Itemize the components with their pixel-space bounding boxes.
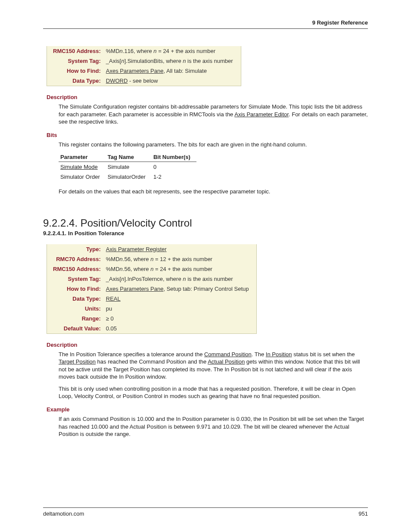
label-data-type-2: Data Type:	[47, 294, 104, 304]
label-units: Units:	[47, 304, 104, 314]
bits-table: Parameter Tag Name Bit Number(s) Simulat…	[59, 152, 196, 182]
label-rmc70-address: RMC70 Address:	[47, 254, 104, 264]
link-actual-position[interactable]: Actual Position	[208, 358, 245, 365]
bits-outro: For details on the values that each bit …	[59, 188, 368, 196]
value-data-type: DWORD - see below	[104, 76, 241, 86]
link-command-position[interactable]: Command Position	[204, 351, 252, 358]
value-units: pu	[104, 304, 257, 314]
footer-page-number: 951	[358, 510, 368, 517]
description-paragraph-2a: The In Position Tolerance specifies a to…	[59, 351, 368, 381]
col-bit-numbers: Bit Number(s)	[152, 152, 196, 162]
link-axis-parameter-editor[interactable]: Axis Parameter Editor	[234, 111, 289, 118]
label-how-to-find-2: How to Find:	[47, 284, 104, 294]
value-type: Axis Parameter Register	[104, 244, 257, 254]
bits-intro: This register contains the following par…	[59, 141, 368, 149]
subsection-heading: 9.2.2.4.1. In Position Tolerance	[43, 230, 368, 236]
value-rmc70-address: %MDn.56, where n = 12 + the axis number	[104, 254, 257, 264]
register-info-table-1: RMC150 Address: %MDn.116, where n = 24 +…	[47, 46, 241, 86]
label-type: Type:	[47, 244, 104, 254]
value-default-value: 0.05	[104, 324, 257, 334]
label-default-value: Default Value:	[47, 324, 104, 334]
label-range: Range:	[47, 314, 104, 324]
table-row: Simulator Order SimulatorOrder 1-2	[59, 172, 196, 182]
label-how-to-find: How to Find:	[47, 66, 104, 76]
value-system-tag: _Axis[n].SimulationBits, where n is the …	[104, 56, 241, 66]
col-parameter: Parameter	[59, 152, 106, 162]
page-header: 9 Register Reference	[43, 19, 368, 29]
heading-description-2: Description	[47, 342, 368, 348]
value-how-to-find-2: Axes Parameters Pane, Setup tab: Primary…	[104, 284, 257, 294]
link-dword[interactable]: DWORD	[106, 78, 128, 84]
value-range: ≥ 0	[104, 314, 257, 324]
link-target-position[interactable]: Target Position	[59, 358, 96, 365]
value-rmc150-address-2: %MDn.56, where n = 24 + the axis number	[104, 264, 257, 274]
example-paragraph: If an axis Command Position is 10.000 an…	[59, 415, 368, 438]
link-simulate-mode[interactable]: Simulate Mode	[60, 164, 98, 170]
value-rmc150-address: %MDn.116, where n = 24 + the axis number	[104, 46, 241, 56]
value-how-to-find: Axes Parameters Pane, All tab: Simulate	[104, 66, 241, 76]
label-system-tag: System Tag:	[47, 56, 104, 66]
link-real[interactable]: REAL	[106, 296, 121, 302]
link-axes-parameters-pane-2[interactable]: Axes Parameters Pane	[106, 286, 164, 292]
page-footer: deltamotion.com 951	[43, 507, 368, 517]
col-tag-name: Tag Name	[106, 152, 152, 162]
link-axis-parameter-register[interactable]: Axis Parameter Register	[106, 246, 167, 252]
value-data-type-2: REAL	[104, 294, 257, 304]
label-rmc150-address: RMC150 Address:	[47, 46, 104, 56]
description-paragraph: The Simulate Configuration register cont…	[59, 103, 368, 126]
register-info-table-2: Type: Axis Parameter Register RMC70 Addr…	[47, 244, 257, 334]
label-data-type: Data Type:	[47, 76, 104, 86]
footer-site: deltamotion.com	[43, 510, 84, 517]
section-heading: 9.2.2.4. Position/Velocity Control	[43, 217, 368, 229]
link-axes-parameters-pane[interactable]: Axes Parameters Pane	[106, 68, 164, 74]
table-row: Simulate Mode Simulate 0	[59, 162, 196, 172]
value-system-tag-2: _Axis[n].InPosTolernce, where n is the a…	[104, 274, 257, 284]
page: 9 Register Reference RMC150 Address: %MD…	[0, 0, 411, 532]
heading-description: Description	[47, 94, 368, 100]
link-in-position[interactable]: In Position	[266, 351, 292, 358]
heading-bits: Bits	[47, 132, 368, 138]
heading-example: Example	[47, 406, 368, 413]
description-paragraph-2b: This bit is only used when controlling p…	[59, 385, 368, 400]
label-system-tag-2: System Tag:	[47, 274, 104, 284]
label-rmc150-address-2: RMC150 Address:	[47, 264, 104, 274]
